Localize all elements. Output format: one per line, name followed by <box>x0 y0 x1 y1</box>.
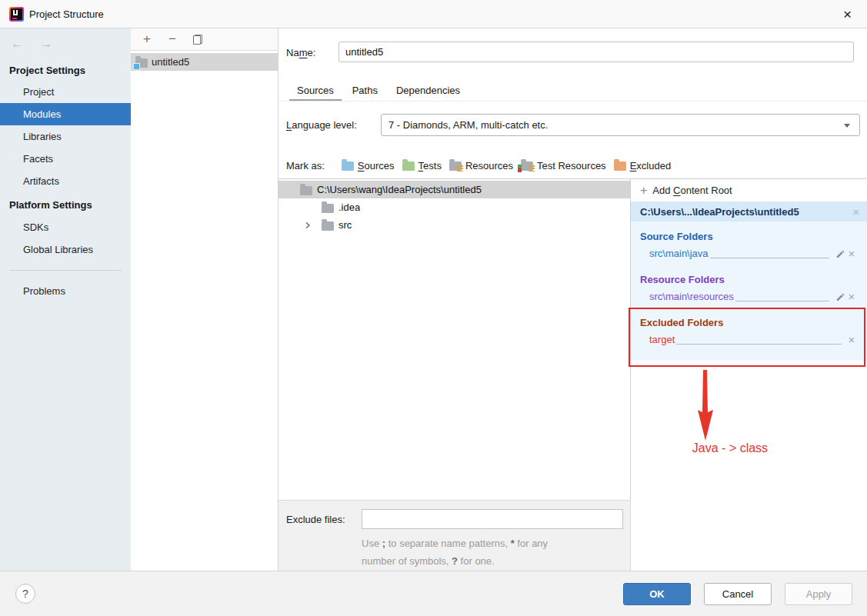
sidebar-item-facets[interactable]: Facets <box>0 148 131 170</box>
resource-folders-header: Resource Folders <box>631 271 867 288</box>
mark-as-resources[interactable]: Resources <box>449 160 513 171</box>
mark-as-tests[interactable]: Tests <box>402 160 442 171</box>
remove-folder-icon[interactable]: × <box>845 290 858 303</box>
mark-as-excluded[interactable]: Excluded <box>614 160 671 171</box>
language-level-select[interactable]: 7 - Diamonds, ARM, multi-catch etc. <box>381 114 860 136</box>
help-button[interactable]: ? <box>15 584 35 604</box>
tabs-separator <box>278 101 867 102</box>
folder-categories-area: Source Folders src\main\java × Resource … <box>631 221 867 361</box>
remove-folder-icon[interactable]: × <box>845 333 858 346</box>
mark-as-row: Mark as: Sources Tests Resources Test Re… <box>286 156 679 175</box>
edit-pencil-icon[interactable] <box>833 248 845 260</box>
chevron-down-icon <box>844 124 850 128</box>
copy-icon <box>193 35 202 45</box>
tree-row-src[interactable]: src <box>278 216 630 234</box>
tree-src-label: src <box>338 219 352 231</box>
forward-icon[interactable]: → <box>40 37 52 51</box>
module-editor-panel: Name: Sources Paths Dependencies Languag… <box>278 28 867 571</box>
folder-icon <box>322 204 334 213</box>
intellij-idea-logo-icon <box>9 7 24 22</box>
remove-content-root-icon[interactable]: × <box>852 205 859 218</box>
add-content-root-button[interactable]: + Add Content Root <box>631 179 867 201</box>
excluded-folder-path: target <box>649 334 675 345</box>
row-underline <box>710 258 829 258</box>
excluded-folder-icon <box>614 161 626 171</box>
tab-sources[interactable]: Sources <box>288 78 343 102</box>
settings-sidebar: ← → Project Settings Project Modules Lib… <box>0 28 131 571</box>
folder-icon <box>300 186 312 195</box>
tree-row-idea[interactable]: .idea <box>278 198 630 216</box>
history-nav: ← → <box>0 28 131 59</box>
window-title: Project Structure <box>29 0 104 28</box>
tree-idea-label: .idea <box>338 201 360 213</box>
close-icon[interactable]: × <box>843 0 852 28</box>
mark-as-label: Mark as: <box>286 160 325 171</box>
sidebar-item-modules[interactable]: Modules <box>0 103 131 125</box>
edit-pencil-icon[interactable] <box>833 291 845 303</box>
annotation-arrow-icon <box>696 370 715 441</box>
resource-folder-path: src\main\resources <box>649 291 734 302</box>
content-root-path: C:\Users\...\IdeaProjects\untitled5 <box>640 206 852 218</box>
exclude-files-input[interactable] <box>362 509 623 529</box>
resource-folder-row[interactable]: src\main\resources × <box>649 288 858 305</box>
row-underline <box>735 301 829 301</box>
language-level-value: 7 - Diamonds, ARM, multi-catch etc. <box>388 119 548 131</box>
project-structure-dialog: Project Structure × ← → Project Settings… <box>0 0 867 616</box>
back-icon[interactable]: ← <box>11 37 23 51</box>
remove-module-button[interactable]: − <box>162 31 182 48</box>
excluded-folders-header: Excluded Folders <box>631 315 867 331</box>
folder-icon <box>322 221 334 231</box>
source-folder-row[interactable]: src\main\java × <box>649 245 858 262</box>
exclude-files-section: Exclude files: Use ; to separate name pa… <box>278 500 631 571</box>
project-settings-header: Project Settings <box>0 59 131 81</box>
platform-settings-header: Platform Settings <box>0 193 131 216</box>
name-label: Name: <box>286 47 315 58</box>
exclude-files-help: Use ; to separate name patterns, * for a… <box>362 534 548 570</box>
language-level-label: Language level: <box>286 119 357 131</box>
cancel-button[interactable]: Cancel <box>704 583 772 605</box>
module-name-input[interactable] <box>338 42 854 62</box>
row-underline <box>676 344 842 345</box>
dialog-footer: ? OK Cancel Apply <box>0 571 867 616</box>
tree-root-label: C:\Users\wang\IdeaProjects\untitled5 <box>317 184 482 195</box>
module-list-panel: + − untitled5 <box>131 28 278 571</box>
sidebar-item-sdks[interactable]: SDKs <box>0 216 131 238</box>
content-root-pane: + Add Content Root C:\Users\...\IdeaProj… <box>631 178 867 571</box>
content-root-entry[interactable]: C:\Users\...\IdeaProjects\untitled5 × <box>631 201 867 221</box>
annotation-text: Java - > class <box>669 441 792 455</box>
mark-as-test-resources[interactable]: Test Resources <box>521 160 606 171</box>
test-resources-folder-icon <box>521 161 533 171</box>
sidebar-item-project[interactable]: Project <box>0 81 131 103</box>
title-bar: Project Structure × <box>0 0 867 28</box>
chevron-down-icon[interactable] <box>285 185 294 195</box>
add-module-button[interactable]: + <box>137 31 157 48</box>
sources-folder-icon <box>342 161 354 171</box>
chevron-right-icon[interactable] <box>303 221 312 230</box>
sidebar-item-global-libraries[interactable]: Global Libraries <box>0 238 131 261</box>
module-list-item-untitled5[interactable]: untitled5 <box>131 53 278 71</box>
tree-row-content-root[interactable]: C:\Users\wang\IdeaProjects\untitled5 <box>278 181 630 198</box>
apply-button[interactable]: Apply <box>785 583 852 605</box>
content-tree-panel: C:\Users\wang\IdeaProjects\untitled5 .id… <box>278 178 631 500</box>
remove-folder-icon[interactable]: × <box>845 247 858 260</box>
tab-paths[interactable]: Paths <box>343 78 387 102</box>
footer-buttons: OK Cancel Apply <box>623 583 852 605</box>
mark-as-sources[interactable]: Sources <box>342 160 395 171</box>
sidebar-item-problems[interactable]: Problems <box>0 280 131 302</box>
module-list-toolbar: + − <box>131 28 278 51</box>
ok-button[interactable]: OK <box>623 583 691 605</box>
module-tabs: Sources Paths Dependencies <box>288 78 469 102</box>
tests-folder-icon <box>402 161 415 171</box>
excluded-folder-row[interactable]: target × <box>649 331 858 348</box>
module-folder-icon <box>135 58 148 68</box>
sidebar-item-libraries[interactable]: Libraries <box>0 125 131 148</box>
plus-icon: + <box>640 184 647 198</box>
tab-dependencies[interactable]: Dependencies <box>387 78 469 102</box>
sidebar-divider <box>9 270 122 271</box>
resources-folder-icon <box>449 161 462 171</box>
copy-module-button[interactable] <box>188 31 208 48</box>
sidebar-item-artifacts[interactable]: Artifacts <box>0 170 131 192</box>
source-folder-path: src\main\java <box>649 248 709 259</box>
module-name: untitled5 <box>152 56 189 68</box>
source-folders-header: Source Folders <box>631 228 867 245</box>
